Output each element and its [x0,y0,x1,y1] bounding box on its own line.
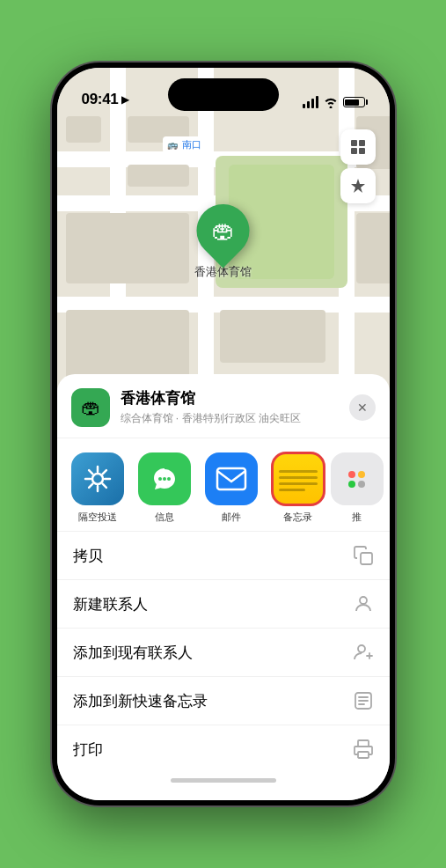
place-header: 🏟 香港体育馆 综合体育馆 · 香港特别行政区 油尖旺区 ✕ [57,374,390,438]
map-view-toggle-button[interactable] [340,129,376,165]
svg-point-11 [358,645,365,652]
phone-screen: 09:41 ▶ [57,68,390,800]
wifi-icon [324,97,338,108]
messages-label: 信息 [155,511,174,524]
action-add-existing-contact[interactable]: 添加到现有联系人 [57,629,390,677]
status-icons [303,96,365,108]
share-row: 隔空投送 信息 [57,438,390,532]
svg-rect-8 [217,468,245,489]
more-icon [331,452,384,505]
mail-symbol-icon [216,467,247,491]
svg-rect-14 [358,752,369,758]
printer-icon [353,739,374,760]
location-button[interactable] [340,168,376,203]
action-new-contact[interactable]: 新建联系人 [57,580,390,629]
share-messages[interactable]: 信息 [135,452,194,524]
svg-rect-2 [351,148,357,154]
share-notes[interactable]: 备忘录 [268,452,328,524]
bottom-sheet: 🏟 香港体育馆 综合体育馆 · 香港特别行政区 油尖旺区 ✕ [57,374,390,800]
action-copy-label: 拷贝 [73,546,103,566]
copy-icon [353,545,374,566]
place-name: 香港体育馆 [121,389,349,408]
battery-icon [343,97,365,107]
messages-symbol-icon [150,464,179,494]
status-time: 09:41 [82,91,119,108]
svg-point-5 [158,477,162,481]
mail-label: 邮件 [222,511,241,524]
place-icon: 🏟 [71,388,110,427]
share-mail[interactable]: 邮件 [201,452,261,524]
action-print-label: 打印 [73,739,103,760]
svg-rect-1 [359,140,365,146]
phone-frame: 09:41 ▶ [52,63,395,805]
svg-rect-9 [361,553,372,564]
action-add-existing-label: 添加到现有联系人 [73,643,193,663]
svg-rect-0 [351,140,357,146]
share-more[interactable]: 推 [335,452,379,524]
action-new-contact-label: 新建联系人 [73,594,148,614]
location-pin: 🏟 香港体育馆 [194,204,252,280]
add-existing-contact-icon [353,642,374,663]
svg-point-10 [360,597,367,604]
mail-icon [205,452,258,505]
map-entrance-label: 🚌 南口 [163,136,206,153]
action-print[interactable]: 打印 [57,725,390,773]
svg-point-7 [167,477,171,481]
notes-label: 备忘录 [283,511,312,524]
dynamic-island [168,78,279,111]
notes-icon [272,452,325,505]
action-copy[interactable]: 拷贝 [57,532,390,580]
home-indicator [57,773,390,783]
svg-rect-13 [358,740,369,747]
messages-icon [138,452,191,505]
airdrop-icon [71,452,124,505]
signal-bars-icon [303,96,318,108]
place-subtitle: 综合体育馆 · 香港特别行政区 油尖旺区 [121,411,349,426]
share-airdrop[interactable]: 隔空投送 [68,452,128,524]
airdrop-label: 隔空投送 [78,511,117,524]
action-add-quick-note[interactable]: 添加到新快速备忘录 [57,677,390,725]
airdrop-symbol-icon [83,464,113,494]
map-controls[interactable] [340,129,376,205]
map-layers-icon [348,137,368,157]
quick-note-icon [353,690,374,711]
compass-icon [349,177,367,195]
action-list: 拷贝 新建联系人 添加到现有联系人 [57,532,390,773]
svg-rect-3 [359,148,365,154]
svg-point-6 [163,477,166,481]
location-arrow-icon: ▶ [121,93,129,106]
svg-point-4 [92,474,103,484]
close-button[interactable]: ✕ [349,394,376,421]
new-contact-icon [353,593,374,614]
more-label: 推 [352,511,362,524]
action-add-quick-note-label: 添加到新快速备忘录 [73,691,208,711]
